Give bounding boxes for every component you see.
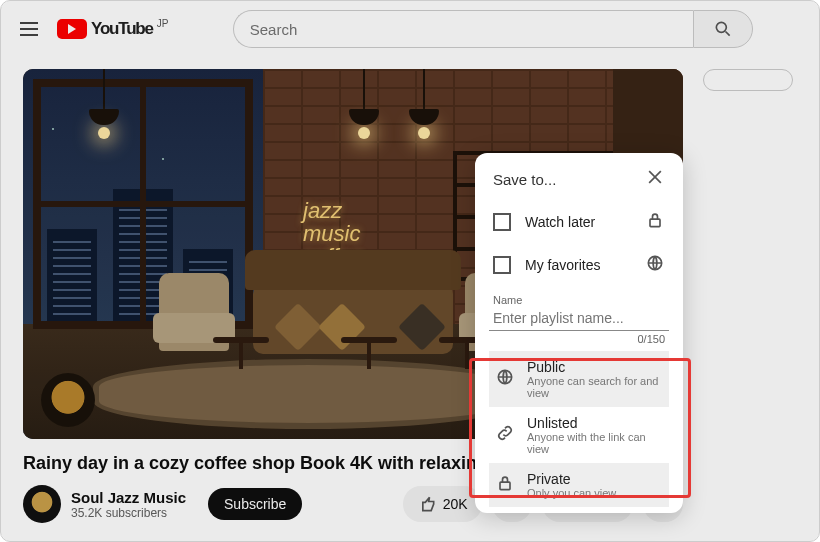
subscriber-count: 35.2K subscribers — [71, 506, 186, 520]
close-icon — [645, 167, 665, 187]
channel-avatar[interactable] — [23, 485, 61, 523]
privacy-description: Anyone can search for and view — [527, 375, 663, 399]
sidebar-chip[interactable] — [703, 69, 793, 91]
search-input[interactable] — [233, 10, 693, 48]
globe-icon — [495, 367, 515, 391]
thumbs-up-icon — [417, 494, 437, 514]
save-to-popup: Save to... Watch later My favorites Name… — [475, 153, 683, 513]
search-box — [233, 10, 753, 48]
privacy-description: Only you can view — [527, 487, 616, 499]
checkbox[interactable] — [493, 213, 511, 231]
subscribe-button[interactable]: Subscribe — [208, 488, 302, 520]
top-header: YouTube JP — [1, 1, 819, 57]
privacy-title: Unlisted — [527, 415, 663, 431]
privacy-description: Anyone with the link can view — [527, 431, 663, 455]
menu-icon[interactable] — [17, 17, 41, 41]
lock-icon — [495, 473, 515, 497]
search-button[interactable] — [693, 10, 753, 48]
svg-line-1 — [725, 32, 729, 36]
like-button[interactable]: 20K — [403, 486, 482, 522]
playlist-row-my-favorites[interactable]: My favorites — [489, 243, 669, 286]
name-field-label: Name — [489, 294, 669, 306]
privacy-option-private[interactable]: Private Only you can view — [489, 463, 669, 507]
playlist-label: My favorites — [525, 257, 600, 273]
playlist-name-input[interactable] — [489, 306, 669, 331]
privacy-title: Public — [527, 359, 663, 375]
svg-point-0 — [716, 22, 726, 32]
logo-text: YouTube — [91, 19, 153, 39]
privacy-list: Public Anyone can search for and view Un… — [489, 351, 669, 507]
channel-watermark — [41, 373, 95, 427]
close-button[interactable] — [645, 167, 665, 192]
search-wrap — [182, 10, 803, 48]
privacy-option-unlisted[interactable]: Unlisted Anyone with the link can view — [489, 407, 669, 463]
checkbox[interactable] — [493, 256, 511, 274]
channel-name[interactable]: Soul Jazz Music — [71, 489, 186, 506]
youtube-logo[interactable]: YouTube JP — [57, 19, 166, 39]
privacy-title: Private — [527, 471, 616, 487]
svg-rect-7 — [650, 219, 660, 227]
playlist-label: Watch later — [525, 214, 595, 230]
search-icon — [713, 19, 733, 39]
playlist-row-watch-later[interactable]: Watch later — [489, 200, 669, 243]
play-icon — [57, 19, 87, 39]
link-icon — [495, 423, 515, 447]
like-count: 20K — [443, 496, 468, 512]
char-counter: 0/150 — [489, 333, 669, 345]
globe-icon — [645, 253, 665, 276]
popup-title: Save to... — [493, 171, 556, 188]
logo-region: JP — [157, 18, 169, 29]
privacy-option-public[interactable]: Public Anyone can search for and view — [489, 351, 669, 407]
lock-icon — [645, 210, 665, 233]
svg-rect-10 — [500, 482, 510, 490]
